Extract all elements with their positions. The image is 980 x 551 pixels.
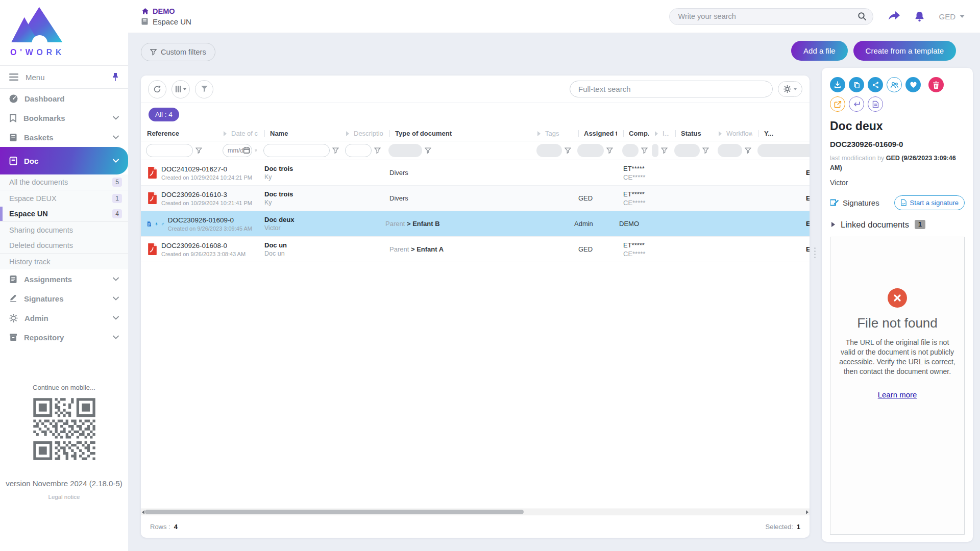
clipped-cell-fragment: E [806,220,810,228]
filter-funnel-icon[interactable] [606,147,613,154]
copy-icon [853,81,861,89]
start-signature-button[interactable]: Start a signature [894,195,965,210]
column-header-reference[interactable]: Reference [141,126,217,141]
selected-label: Selected: [766,523,793,531]
grid-rows: DOC241029-01627-0 Created on 10/29/2024 … [141,160,810,509]
menu-toggle[interactable]: Menu [0,65,128,89]
share-button[interactable] [868,77,883,92]
sidebar-item-espace-un[interactable]: Espace UN 4 [0,206,128,222]
sidebar-item-admin[interactable]: Admin [0,308,128,328]
breadcrumb-home[interactable]: DEMO [141,7,191,15]
learn-more-link[interactable]: Learn more [878,390,917,399]
columns-button[interactable] [172,80,190,98]
table-row[interactable]: DOC230926-01610-3 Created on 10/29/2024 … [141,186,810,211]
column-header-company[interactable]: Comp... [617,126,649,141]
sidebar-item-assignments[interactable]: Assignments [0,269,128,289]
delete-trash-button[interactable] [928,77,944,92]
gear-icon [783,85,791,93]
type-prefix: Parent [389,245,411,253]
column-header-type-of-document[interactable]: Type of document [383,126,531,141]
create-from-template-button[interactable]: Create from a template [853,41,956,61]
document-name: Doc trois [264,165,334,172]
refresh-button[interactable] [148,80,166,98]
assign-users-button[interactable] [887,77,902,92]
column-header-tags[interactable]: Tags [531,126,572,141]
calendar-icon[interactable] [243,147,250,154]
filter-funnel-icon[interactable] [641,147,648,154]
download-button[interactable] [830,77,845,92]
global-search-input[interactable] [678,12,857,20]
notifications-bell-icon[interactable] [914,11,925,22]
selected-count: 1 [797,523,800,531]
table-row[interactable]: DOC241029-01627-0 Created on 10/29/2024 … [141,160,810,186]
share-nodes-icon [872,81,879,89]
sidebar-item-espace-deux[interactable]: Espace DEUX 1 [0,190,128,206]
filter-funnel-icon[interactable] [661,147,668,154]
sidebar-item-bookmarks[interactable]: Bookmarks [0,108,128,128]
share-forward-icon[interactable] [887,11,900,22]
sidebar-item-repository[interactable]: Repository [0,328,128,347]
sidebar-item-all-documents[interactable]: All the documents 5 [0,174,128,190]
type-cell: Parent > Enfant B [379,220,527,228]
account-menu[interactable]: GED [939,12,965,21]
grid-filter-button[interactable] [195,80,213,98]
sidebar-item-doc[interactable]: Doc [0,147,128,174]
column-header-workflow[interactable]: Workflow [713,126,752,141]
sidebar-item-signatures[interactable]: Signatures [0,289,128,308]
column-header-description[interactable]: Description [340,126,383,141]
filter-funnel-icon[interactable] [425,147,431,154]
column-header-status[interactable]: Status [669,126,713,141]
scroll-left-arrow-icon[interactable] [142,510,144,514]
sidebar-item-label: Doc [24,157,38,165]
return-button[interactable] [849,96,864,112]
reference-cell: DOC230926-01609-0 Created on 9/26/2023 3… [141,216,258,232]
table-row[interactable]: DOC230926-01608-0 Created on 9/26/2023 3… [141,237,810,262]
add-file-button[interactable]: Add a file [791,41,848,61]
table-row-selected[interactable]: DOC230926-01609-0 Created on 9/26/2023 3… [141,211,810,237]
tab-all[interactable]: All : 4 [149,108,179,121]
bookmark-icon [9,114,17,122]
grid-settings-button[interactable] [778,81,802,97]
custom-filters-button[interactable]: Custom filters [141,43,215,61]
name-cell: Doc trois Ky [258,190,340,206]
filter-funnel-icon[interactable] [255,147,257,154]
sidebar-item-sharing-documents[interactable]: Sharing documents [0,222,128,238]
linked-documents-toggle[interactable]: Linked documents 1 [830,220,965,230]
search-icon[interactable] [857,12,867,21]
sidebar-item-history-track[interactable]: History track [0,254,128,269]
filter-funnel-icon[interactable] [374,147,381,154]
scroll-right-arrow-icon[interactable] [806,510,808,514]
filter-name-input[interactable] [263,144,330,157]
fulltext-search-input[interactable] [570,81,773,97]
column-header-y[interactable]: Y... [752,126,810,141]
legal-notice-link[interactable]: Legal notice [48,494,80,500]
column-header-i[interactable]: I... [649,126,669,141]
app-logo: O'WORK [0,0,128,57]
horizontal-scrollbar[interactable] [141,509,810,515]
filter-reference-input[interactable] [146,144,193,157]
filter-description-input[interactable] [345,144,372,157]
favorite-heart-button[interactable] [905,77,921,92]
rows-label: Rows : [150,523,170,531]
filter-funnel-icon[interactable] [702,147,709,154]
filter-funnel-icon[interactable] [745,147,751,154]
open-external-button[interactable] [830,96,845,112]
clipped-cell-fragment: E [806,245,810,253]
global-search [669,8,873,25]
sidebar-item-deleted-documents[interactable]: Deleted documents [0,238,128,254]
sidebar-item-label: Baskets [24,133,54,142]
count-badge: 1 [112,194,122,203]
panel-resize-handle[interactable] [814,247,816,258]
filter-funnel-icon[interactable] [195,147,202,154]
filter-funnel-icon[interactable] [565,147,571,154]
column-header-date-of-creation[interactable]: Date of cr... [217,126,258,141]
column-header-assigned-to[interactable]: Assigned t... [572,126,617,141]
scrollbar-thumb[interactable] [145,510,524,514]
pin-sidebar-icon[interactable] [112,73,119,82]
sidebar-item-baskets[interactable]: Baskets [0,128,128,147]
sidebar-item-dashboard[interactable]: Dashboard [0,89,128,108]
filter-funnel-icon[interactable] [332,147,339,154]
copy-button[interactable] [849,77,864,92]
document-preview-button[interactable] [868,96,883,112]
column-header-name[interactable]: Name [258,126,340,141]
